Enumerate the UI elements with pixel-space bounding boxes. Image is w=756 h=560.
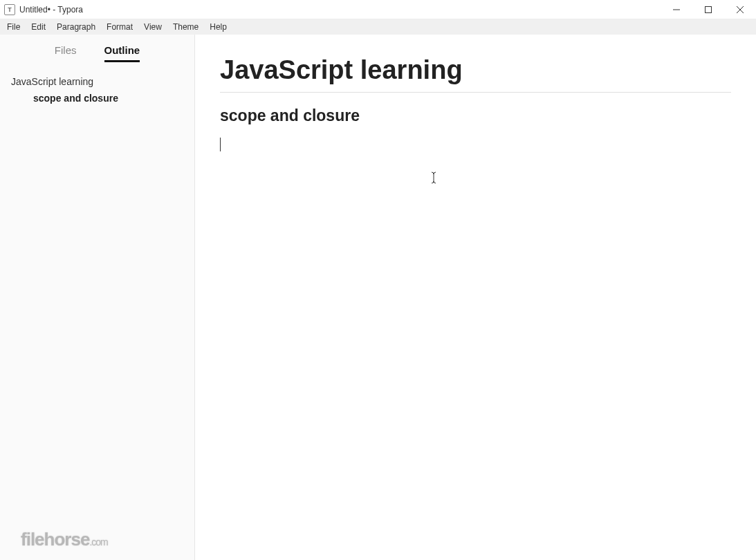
menu-paragraph[interactable]: Paragraph xyxy=(51,21,101,33)
outline-item-h1[interactable]: JavaScript learning xyxy=(0,73,194,90)
menu-help[interactable]: Help xyxy=(204,21,232,33)
sidebar: Files Outline JavaScript learning scope … xyxy=(0,35,195,560)
editor-area[interactable]: JavaScript learning scope and closure xyxy=(195,35,756,560)
app-icon: T xyxy=(4,4,15,15)
outline-item-h2[interactable]: scope and closure xyxy=(0,90,194,106)
svg-rect-1 xyxy=(706,6,712,12)
window-title: Untitled• - Typora xyxy=(19,5,83,15)
mouse-text-cursor-icon xyxy=(429,171,439,184)
text-caret xyxy=(220,138,221,151)
editor-heading-1[interactable]: JavaScript learning xyxy=(220,55,731,93)
editor-heading-2[interactable]: scope and closure xyxy=(220,106,731,125)
tab-files[interactable]: Files xyxy=(55,44,77,62)
menu-theme[interactable]: Theme xyxy=(167,21,204,33)
minimize-button[interactable] xyxy=(661,0,692,19)
app-icon-label: T xyxy=(8,6,12,13)
menubar: File Edit Paragraph Format View Theme He… xyxy=(0,19,756,35)
window-controls xyxy=(661,0,756,19)
menu-file[interactable]: File xyxy=(1,21,26,33)
editor-paragraph[interactable] xyxy=(220,138,731,153)
outline-list: JavaScript learning scope and closure xyxy=(0,68,194,112)
menu-format[interactable]: Format xyxy=(101,21,138,33)
titlebar: T Untitled• - Typora xyxy=(0,0,756,19)
main-area: Files Outline JavaScript learning scope … xyxy=(0,35,756,560)
maximize-button[interactable] xyxy=(692,0,724,19)
sidebar-tabs: Files Outline xyxy=(0,35,194,68)
close-button[interactable] xyxy=(724,0,756,19)
tab-outline[interactable]: Outline xyxy=(104,44,140,62)
menu-view[interactable]: View xyxy=(138,21,167,33)
menu-edit[interactable]: Edit xyxy=(26,21,51,33)
